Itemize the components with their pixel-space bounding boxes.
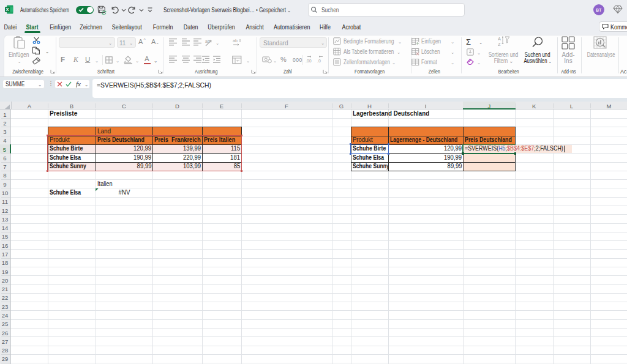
svg-text:X: X <box>6 7 9 12</box>
svg-text:Z: Z <box>498 42 501 47</box>
svg-text:ab: ab <box>233 39 238 43</box>
svg-text:.0: .0 <box>317 59 321 63</box>
svg-text:ab: ab <box>205 39 210 43</box>
svg-text:A: A <box>498 36 501 42</box>
svg-text:.00: .00 <box>306 59 312 63</box>
